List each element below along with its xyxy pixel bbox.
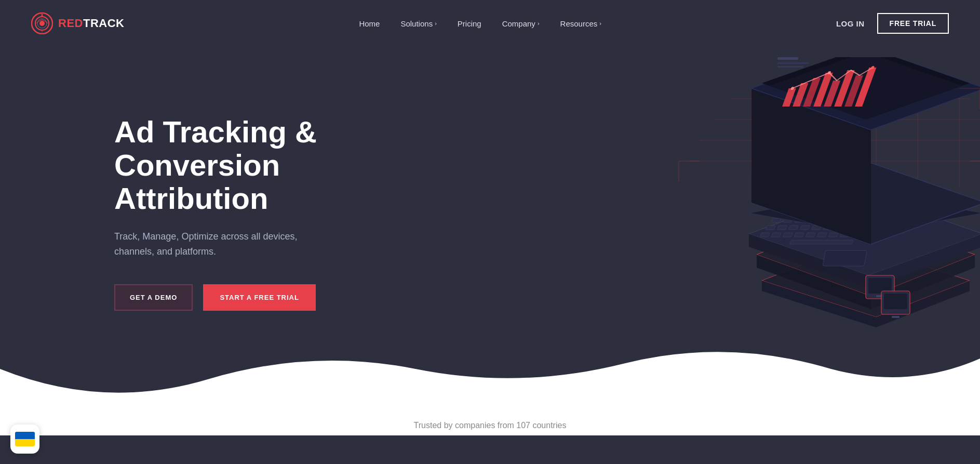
svg-rect-41	[806, 233, 815, 237]
free-trial-button[interactable]: FREE TRIAL	[877, 13, 949, 34]
nav-item-resources[interactable]: Resources ›	[560, 19, 601, 28]
svg-point-2	[39, 21, 45, 26]
trusted-text: Trusted by companies from 107 countries	[0, 421, 980, 430]
login-link[interactable]: LOG IN	[836, 19, 865, 28]
logo-link[interactable]: REDTRACK	[31, 12, 124, 34]
hero-subtitle: Track, Manage, Optimize across all devic…	[114, 229, 332, 259]
nav-item-company[interactable]: Company ›	[502, 19, 540, 28]
chevron-icon: ›	[538, 20, 540, 26]
svg-rect-42	[817, 233, 827, 237]
chevron-icon: ›	[599, 20, 601, 26]
hero-section: Ad Tracking & Conversion Attribution Tra…	[0, 47, 980, 410]
svg-rect-26	[766, 226, 775, 230]
trusted-section: Trusted by companies from 107 countries	[0, 410, 980, 435]
svg-rect-61	[777, 62, 809, 64]
chevron-icon: ›	[435, 20, 437, 26]
ukraine-flag	[15, 432, 35, 435]
navbar: REDTRACK Home Solutions › Pricing Compan…	[0, 0, 980, 47]
svg-rect-60	[777, 57, 798, 60]
svg-rect-38	[771, 233, 781, 237]
svg-rect-37	[760, 233, 770, 237]
flag-widget[interactable]	[10, 425, 39, 435]
svg-rect-67	[884, 294, 907, 309]
svg-rect-28	[788, 226, 798, 230]
svg-rect-29	[800, 226, 810, 230]
logo-icon	[31, 12, 53, 34]
flag-blue	[15, 432, 35, 435]
svg-rect-40	[794, 233, 804, 237]
hero-content: Ad Tracking & Conversion Attribution Tra…	[0, 84, 364, 373]
svg-rect-47	[789, 240, 853, 244]
logo-text: REDTRACK	[58, 17, 124, 30]
nav-links: Home Solutions › Pricing Company › Resou…	[359, 19, 601, 28]
hero-title: Ad Tracking & Conversion Attribution	[114, 115, 332, 215]
svg-rect-48	[823, 250, 867, 266]
start-trial-button[interactable]: START A FREE TRIAL	[203, 284, 316, 311]
svg-rect-39	[783, 233, 793, 237]
get-demo-button[interactable]: GET A DEMO	[114, 284, 193, 311]
svg-rect-27	[777, 226, 787, 230]
hero-illustration	[648, 57, 980, 359]
nav-item-pricing[interactable]: Pricing	[458, 19, 481, 28]
nav-actions: LOG IN FREE TRIAL	[836, 13, 949, 34]
svg-rect-43	[828, 233, 838, 237]
nav-item-home[interactable]: Home	[359, 19, 380, 28]
svg-rect-62	[777, 66, 803, 68]
svg-rect-68	[892, 316, 900, 318]
nav-item-solutions[interactable]: Solutions ›	[400, 19, 436, 28]
hero-buttons: GET A DEMO START A FREE TRIAL	[114, 284, 332, 311]
svg-rect-14	[771, 218, 781, 222]
